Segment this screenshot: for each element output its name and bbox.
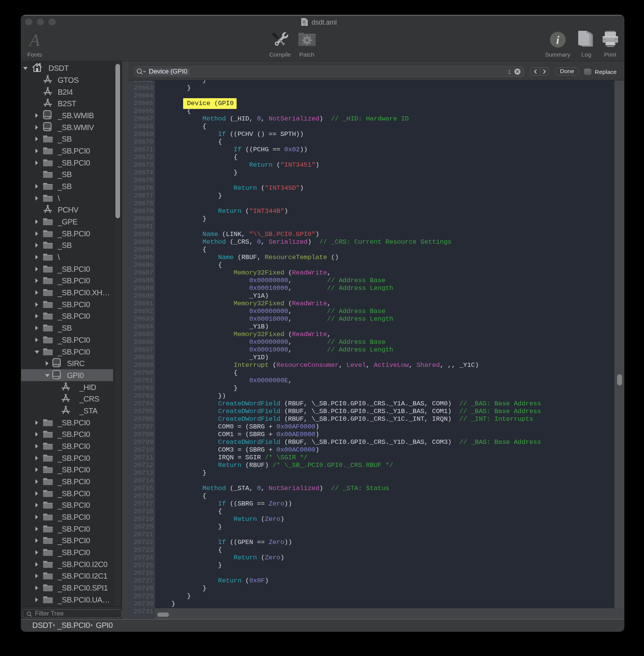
svg-text:A: A <box>28 33 40 47</box>
svg-text:i: i <box>556 33 559 46</box>
